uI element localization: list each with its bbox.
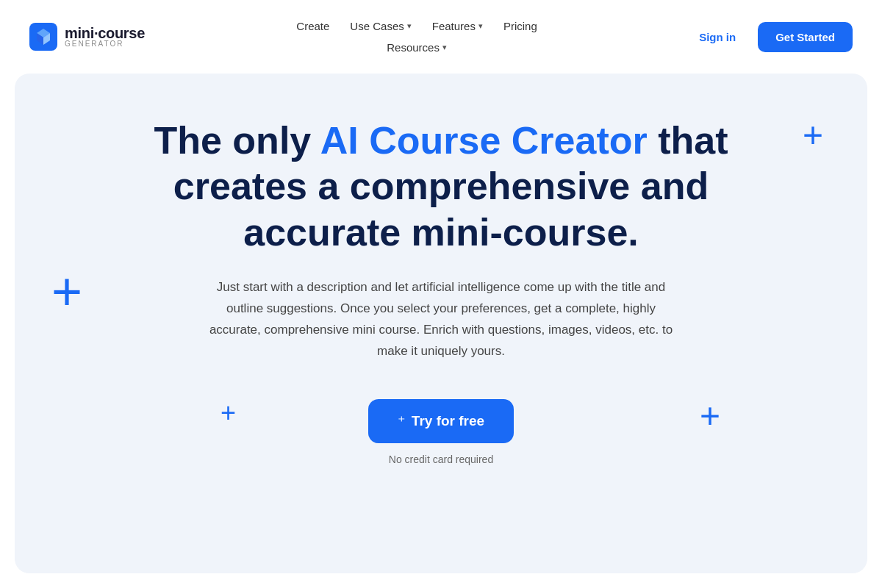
nav-create[interactable]: Create <box>289 15 337 37</box>
nav-row-1: Create Use Cases ▾ Features ▾ Pricing <box>289 15 544 37</box>
try-free-plus-icon: ⁺ <box>398 412 406 430</box>
nav-center: Create Use Cases ▾ Features ▾ Pricing Re… <box>289 15 544 58</box>
nav-right: Sign in Get Started <box>689 22 853 52</box>
features-chevron: ▾ <box>478 21 483 31</box>
nav-features[interactable]: Features ▾ <box>425 15 490 37</box>
sign-in-button[interactable]: Sign in <box>689 25 746 49</box>
try-free-label: Try for free <box>412 413 484 429</box>
logo-text-group: mini·course GENERATOR <box>65 26 145 48</box>
hero-section: + + + + The only AI Course Creator that … <box>15 74 867 573</box>
plus-decoration-left-mid: + <box>51 265 82 318</box>
nav-row-2: Resources ▾ <box>379 37 454 58</box>
plus-decoration-bottom-right: + <box>700 398 720 434</box>
use-cases-chevron: ▾ <box>407 21 412 31</box>
logo-name: mini·course <box>65 26 145 40</box>
plus-decoration-bottom-left: + <box>220 400 236 426</box>
plus-decoration-top-right: + <box>803 118 823 153</box>
hero-title: The only AI Course Creator that creates … <box>140 118 742 255</box>
try-for-free-button[interactable]: ⁺ Try for free <box>368 399 514 443</box>
hero-title-highlight: AI Course Creator <box>320 119 648 162</box>
logo-icon <box>29 23 57 51</box>
nav-use-cases[interactable]: Use Cases ▾ <box>343 15 418 37</box>
logo[interactable]: mini·course GENERATOR <box>29 23 145 51</box>
logo-subtitle: GENERATOR <box>65 40 145 48</box>
navbar: mini·course GENERATOR Create Use Cases ▾… <box>0 0 882 74</box>
get-started-button[interactable]: Get Started <box>758 22 853 52</box>
hero-description: Just start with a description and let ar… <box>206 277 676 362</box>
nav-resources[interactable]: Resources ▾ <box>379 37 454 58</box>
nav-pricing[interactable]: Pricing <box>496 15 545 37</box>
resources-chevron: ▾ <box>442 43 447 52</box>
no-credit-text: No credit card required <box>389 453 493 465</box>
hero-title-part1: The only <box>154 119 320 162</box>
